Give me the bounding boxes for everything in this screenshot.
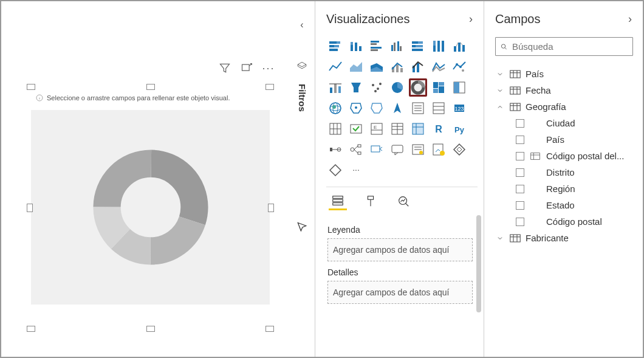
collapse-fields-icon[interactable]: › (628, 13, 632, 26)
viz-kpi-icon[interactable] (347, 120, 365, 138)
viz-matrix-icon[interactable] (326, 120, 344, 138)
svg-rect-133 (510, 235, 521, 242)
viz-area-icon[interactable] (347, 58, 365, 76)
field-checkbox[interactable] (516, 136, 524, 144)
field-región[interactable]: Región (495, 181, 637, 197)
field-checkbox[interactable] (516, 218, 524, 226)
field-checkbox[interactable] (516, 119, 524, 128)
resize-handle[interactable] (27, 84, 35, 90)
format-tab[interactable] (361, 192, 380, 210)
field-checkbox[interactable] (516, 201, 524, 210)
svg-point-64 (332, 105, 336, 109)
scrollbar-thumb[interactable] (476, 215, 481, 312)
svg-rect-39 (396, 64, 399, 72)
viz-100-bar-icon[interactable] (409, 37, 427, 55)
resize-handle[interactable] (27, 326, 35, 332)
more-options-icon[interactable]: ··· (262, 62, 275, 74)
viz-100-column-icon[interactable] (430, 37, 448, 55)
svg-rect-37 (462, 45, 465, 52)
resize-handle[interactable] (27, 204, 33, 212)
viz-line-clustered-icon[interactable] (388, 58, 406, 76)
field-checkbox[interactable] (516, 152, 524, 160)
svg-text:···: ··· (352, 165, 360, 174)
field-checkbox[interactable] (516, 168, 524, 177)
viz-filled-map-icon[interactable] (347, 99, 365, 117)
viz-ribbon-icon[interactable] (450, 37, 468, 55)
resize-handle[interactable] (268, 204, 274, 212)
viz-smart-narrative-icon[interactable] (409, 140, 427, 159)
viz-map-shape-icon[interactable] (430, 78, 448, 97)
viz-table-viz-icon[interactable] (430, 99, 448, 117)
viz-line-stacked-icon[interactable] (409, 58, 427, 76)
viz-azure-map-icon[interactable] (368, 99, 386, 117)
collapse-viz-icon[interactable]: › (469, 13, 473, 26)
viz-donut-pie-icon[interactable] (388, 78, 406, 97)
svg-rect-21 (371, 49, 378, 51)
fields-tab[interactable] (329, 192, 347, 210)
viz-r-visual-icon[interactable]: R (430, 120, 448, 138)
viz-clustered-bar-icon[interactable] (368, 37, 386, 55)
eraser-icon[interactable] (296, 61, 307, 72)
table-label: Fecha (526, 85, 551, 95)
table-geografía[interactable]: Geografía (495, 98, 637, 115)
viz-table-icon[interactable] (388, 120, 406, 138)
viz-stacked-bar-icon[interactable] (326, 37, 344, 55)
viz-python-icon[interactable] (326, 140, 344, 159)
svg-text:R: R (435, 124, 442, 134)
viz-qa-icon[interactable] (388, 140, 406, 159)
field-código-postal[interactable]: Código postal (495, 213, 637, 230)
resize-handle[interactable] (146, 84, 155, 90)
field-país[interactable]: País (495, 131, 637, 148)
resize-handle[interactable] (146, 326, 155, 332)
viz-pivot-icon[interactable] (409, 120, 427, 138)
field-estado[interactable]: Estado (495, 197, 637, 213)
viz-donut-icon[interactable] (409, 78, 427, 97)
viz-multi-card-icon[interactable]: E (368, 120, 386, 138)
viz-custom-icon[interactable] (326, 161, 344, 179)
viz-treemap-icon[interactable] (368, 78, 386, 97)
focus-mode-icon[interactable] (241, 62, 253, 74)
viz-globe-icon[interactable] (326, 99, 344, 117)
viz-key-influencers-icon[interactable] (347, 140, 365, 159)
analytics-tab[interactable] (394, 192, 413, 210)
field-checkbox[interactable] (516, 185, 524, 193)
table-país[interactable]: País (495, 66, 637, 82)
viz-stacked-area-icon[interactable] (368, 58, 386, 76)
viz-waterfall-icon[interactable] (430, 58, 448, 76)
svg-rect-9 (329, 41, 337, 44)
resize-handle[interactable] (265, 84, 274, 90)
viz-gauge-icon[interactable] (450, 78, 468, 97)
viz-paginated-icon[interactable] (430, 140, 448, 159)
details-well[interactable]: Agregar campos de datos aquí (327, 281, 473, 304)
field-ciudad[interactable]: Ciudad (495, 115, 637, 131)
viz-arcgis-icon[interactable] (388, 99, 406, 117)
viz-line-icon[interactable] (326, 58, 344, 76)
viz-more-icon[interactable]: ··· (347, 161, 365, 179)
viz-pie-icon[interactable] (326, 78, 344, 97)
filters-pane-collapsed[interactable]: ‹ Filtros (289, 1, 315, 357)
viz-clustered-column-icon[interactable] (388, 37, 406, 55)
search-input[interactable] (512, 41, 628, 52)
svg-rect-47 (334, 84, 337, 93)
expand-filters-icon[interactable]: ‹ (300, 19, 303, 30)
resize-handle[interactable] (265, 326, 274, 332)
viz-slicer-icon[interactable] (409, 99, 427, 117)
field-distrito[interactable]: Distrito (495, 164, 637, 181)
viz-card-icon[interactable]: 123 (450, 99, 468, 117)
donut-visual-placeholder[interactable]: Seleccione o arrastre campos para rellen… (30, 86, 270, 329)
viz-decomposition-icon[interactable] (368, 140, 386, 159)
viz-scatter-icon[interactable] (450, 58, 468, 76)
table-fecha[interactable]: Fecha (495, 82, 637, 98)
chevron-icon (496, 87, 505, 94)
viz-funnel-icon[interactable] (347, 78, 365, 97)
svg-point-65 (355, 106, 357, 109)
fields-search[interactable] (495, 37, 633, 56)
table-fabricante[interactable]: Fabricante (495, 230, 637, 246)
legend-well[interactable]: Agregar campos de datos aquí (327, 238, 473, 261)
viz-power-apps-icon[interactable] (450, 140, 468, 159)
field-código-postal-del...[interactable]: Código postal del... (495, 148, 637, 164)
filter-icon[interactable] (219, 62, 231, 74)
viz-stacked-column-icon[interactable] (347, 37, 365, 55)
viz-py-visual-icon[interactable]: Py (450, 120, 468, 138)
report-canvas[interactable]: ··· Seleccione o arrastre campos para re… (1, 1, 289, 357)
